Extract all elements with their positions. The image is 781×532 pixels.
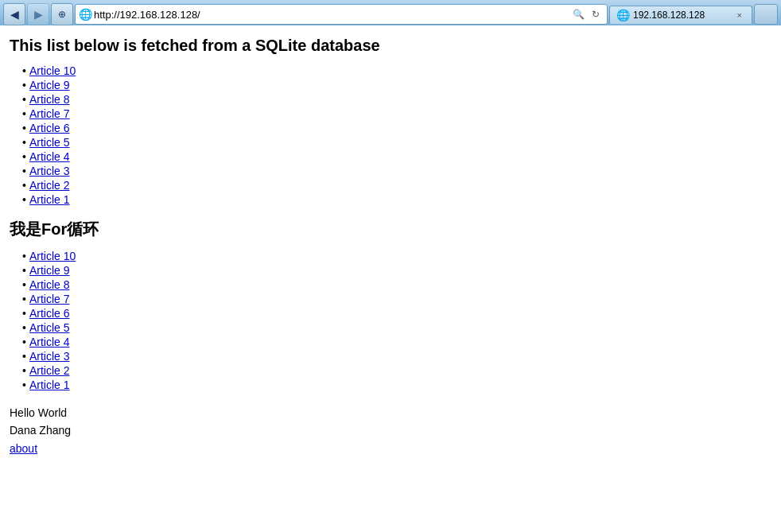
address-bar: 🌐 🔍 ↻ bbox=[75, 4, 608, 25]
tab-favicon: 🌐 bbox=[616, 9, 630, 21]
article-link[interactable]: Article 4 bbox=[29, 336, 70, 348]
bullet: • bbox=[22, 136, 26, 149]
list-item: •Article 1 bbox=[22, 193, 771, 206]
bullet: • bbox=[22, 150, 26, 163]
bullet: • bbox=[22, 193, 26, 206]
active-tab[interactable]: 🌐 192.168.128.128 × bbox=[609, 6, 752, 24]
footer-line1: Hello World bbox=[10, 404, 771, 421]
bullet: • bbox=[22, 250, 26, 262]
bullet: • bbox=[22, 307, 26, 320]
bullet: • bbox=[22, 93, 26, 106]
tab-title: 192.168.128.128 bbox=[633, 10, 732, 21]
article-link[interactable]: Article 5 bbox=[29, 136, 70, 149]
article-list-2: •Article 10•Article 9•Article 8•Article … bbox=[22, 250, 771, 391]
bullet: • bbox=[22, 293, 26, 305]
back-button[interactable]: ◀ bbox=[3, 3, 25, 25]
article-link[interactable]: Article 7 bbox=[29, 107, 70, 120]
list-item: •Article 10 bbox=[22, 64, 771, 77]
bullet: • bbox=[22, 107, 26, 120]
address-search-button[interactable]: 🔍 bbox=[570, 6, 586, 22]
compat-view-button[interactable]: ⊕ bbox=[51, 3, 73, 25]
article-link[interactable]: Article 2 bbox=[29, 179, 70, 192]
article-link[interactable]: Article 9 bbox=[29, 264, 70, 277]
article-list-1: •Article 10•Article 9•Article 8•Article … bbox=[22, 64, 771, 206]
bullet: • bbox=[22, 379, 26, 391]
list-item: •Article 8 bbox=[22, 93, 771, 106]
page-content: This list below is fetched from a SQLite… bbox=[0, 27, 781, 464]
article-link[interactable]: Article 6 bbox=[29, 122, 70, 134]
article-link[interactable]: Article 10 bbox=[29, 64, 76, 77]
article-link[interactable]: Article 6 bbox=[29, 307, 70, 320]
about-link[interactable]: about bbox=[10, 442, 37, 455]
browser-toolbar: ◀ ▶ ⊕ 🌐 🔍 ↻ 🌐 192.168.128.128 × bbox=[3, 3, 778, 25]
article-link[interactable]: Article 8 bbox=[29, 93, 70, 106]
page-heading: This list below is fetched from a SQLite… bbox=[10, 37, 771, 55]
article-link[interactable]: Article 10 bbox=[29, 250, 76, 262]
list-item: •Article 10 bbox=[22, 250, 771, 262]
list-item: •Article 6 bbox=[22, 122, 771, 134]
article-link[interactable]: Article 3 bbox=[29, 165, 70, 177]
article-link[interactable]: Article 3 bbox=[29, 350, 70, 363]
article-link[interactable]: Article 9 bbox=[29, 79, 70, 91]
address-input[interactable] bbox=[94, 9, 569, 21]
list-item: •Article 9 bbox=[22, 264, 771, 277]
list-item: •Article 5 bbox=[22, 321, 771, 334]
list-item: •Article 2 bbox=[22, 179, 771, 192]
list-item: •Article 7 bbox=[22, 293, 771, 305]
footer-line2: Dana Zhang bbox=[10, 421, 771, 439]
bullet: • bbox=[22, 64, 26, 77]
bullet: • bbox=[22, 350, 26, 363]
browser-chrome: ◀ ▶ ⊕ 🌐 🔍 ↻ 🌐 192.168.128.128 × bbox=[0, 0, 781, 25]
list-item: •Article 8 bbox=[22, 278, 771, 291]
bullet: • bbox=[22, 79, 26, 91]
new-tab-area[interactable] bbox=[754, 4, 778, 25]
bullet: • bbox=[22, 321, 26, 334]
address-refresh-button[interactable]: ↻ bbox=[588, 6, 604, 22]
article-link[interactable]: Article 5 bbox=[29, 321, 70, 334]
article-link[interactable]: Article 1 bbox=[29, 379, 70, 391]
list-item: •Article 9 bbox=[22, 79, 771, 91]
list-item: •Article 5 bbox=[22, 136, 771, 149]
bullet: • bbox=[22, 336, 26, 348]
article-link[interactable]: Article 4 bbox=[29, 150, 70, 163]
list-item: •Article 4 bbox=[22, 150, 771, 163]
forward-button[interactable]: ▶ bbox=[27, 3, 49, 25]
list-item: •Article 3 bbox=[22, 165, 771, 177]
article-link[interactable]: Article 8 bbox=[29, 278, 70, 291]
bullet: • bbox=[22, 179, 26, 192]
list-item: •Article 7 bbox=[22, 107, 771, 120]
list-item: •Article 6 bbox=[22, 307, 771, 320]
bullet: • bbox=[22, 364, 26, 377]
list-item: •Article 1 bbox=[22, 379, 771, 391]
bullet: • bbox=[22, 278, 26, 291]
article-link[interactable]: Article 7 bbox=[29, 293, 70, 305]
list-item: •Article 4 bbox=[22, 336, 771, 348]
tab-close-button[interactable]: × bbox=[736, 10, 744, 20]
bullet: • bbox=[22, 165, 26, 177]
bullet: • bbox=[22, 122, 26, 134]
article-link[interactable]: Article 2 bbox=[29, 364, 70, 377]
list-item: •Article 3 bbox=[22, 350, 771, 363]
address-icon: 🌐 bbox=[79, 8, 92, 21]
footer-section: Hello World Dana Zhang about bbox=[10, 404, 771, 457]
list-item: •Article 2 bbox=[22, 364, 771, 377]
bullet: • bbox=[22, 264, 26, 277]
article-link[interactable]: Article 1 bbox=[29, 193, 70, 206]
for-loop-heading: 我是For循环 bbox=[10, 219, 771, 240]
